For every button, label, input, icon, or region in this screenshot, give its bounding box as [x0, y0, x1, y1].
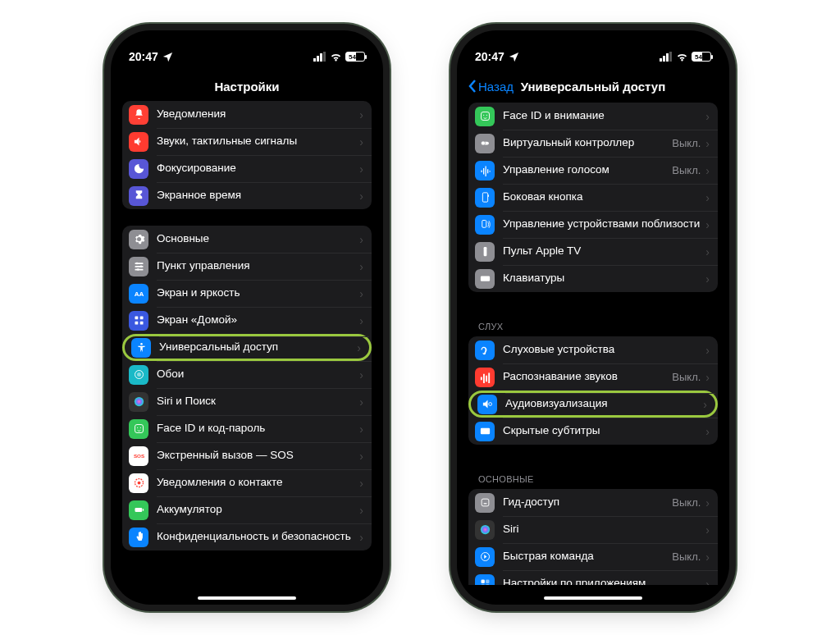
group-general: Гид-доступВыкл.›Siri›Быстрая командаВыкл…: [468, 489, 718, 585]
row-ear[interactable]: Слуховые устройства›: [468, 336, 718, 363]
chevron-left-icon: [468, 79, 477, 94]
sound-icon: [475, 368, 495, 387]
row-gear[interactable]: Основные›: [122, 226, 372, 253]
row-label: Обои: [157, 368, 359, 381]
perapp-icon: [475, 574, 495, 586]
row-bell[interactable]: Уведомления›: [122, 101, 372, 128]
row-siri[interactable]: Siri и Поиск›: [122, 388, 372, 415]
row-label: Аудиовизуализация: [505, 398, 703, 410]
svg-point-15: [140, 343, 143, 345]
svg-point-41: [488, 403, 491, 406]
row-av[interactable]: Аудиовизуализация›: [468, 391, 718, 418]
chevron-right-icon: ›: [359, 260, 363, 273]
row-label: Настройки по приложениям: [503, 578, 705, 585]
svg-point-7: [135, 263, 138, 265]
row-label: Уведомления о контакте: [157, 477, 359, 489]
group-1: Уведомления›Звуки, тактильные сигналы›Фо…: [122, 101, 372, 209]
row-label: Экран и яркость: [157, 287, 359, 299]
nav-bar-left: Настройки: [122, 71, 372, 101]
svg-point-17: [137, 372, 141, 377]
svg-point-45: [480, 525, 489, 534]
row-label: Слуховые устройства: [503, 344, 705, 356]
row-hourglass[interactable]: Экранное время›: [122, 182, 372, 209]
back-label: Назад: [478, 80, 514, 94]
remote-icon: [475, 242, 495, 262]
home-indicator[interactable]: [544, 596, 642, 600]
row-moon[interactable]: Фокусирование›: [122, 155, 372, 182]
svg-rect-26: [142, 509, 143, 511]
row-nearby[interactable]: Управление устройствами поблизости›: [468, 211, 718, 238]
row-wall[interactable]: Обои›: [122, 361, 372, 388]
row-cc[interactable]: Скрытые субтитры›: [468, 418, 718, 445]
battery-icon: 54: [692, 52, 711, 62]
keyboard-icon: [475, 269, 495, 289]
row-aa[interactable]: AAЭкран и яркость›: [122, 280, 372, 307]
row-label: Звуки, тактильные сигналы: [157, 135, 359, 148]
row-label: Экстренный вызов — SOS: [157, 450, 359, 462]
svg-rect-36: [482, 193, 487, 202]
row-switch[interactable]: Виртуальный контроллерВыкл.›: [468, 130, 718, 157]
section-general: ОСНОВНЫЕ: [468, 461, 718, 489]
phone-right: 20:47 54 Назад Универсальный доступ Face…: [457, 30, 729, 605]
svg-rect-38: [482, 221, 486, 228]
row-side[interactable]: Боковая кнопка›: [468, 184, 718, 211]
chevron-right-icon: ›: [705, 371, 710, 384]
row-guided[interactable]: Гид-доступВыкл.›: [468, 489, 718, 516]
scroll-left[interactable]: Уведомления›Звуки, тактильные сигналы›Фо…: [122, 101, 372, 585]
row-voice[interactable]: Управление голосомВыкл.›: [468, 157, 718, 184]
row-remote[interactable]: Пульт Apple TV›: [468, 238, 718, 265]
row-exposure[interactable]: Уведомления о контакте›: [122, 469, 372, 496]
row-access[interactable]: Универсальный доступ›: [122, 334, 372, 361]
svg-rect-48: [486, 580, 489, 583]
row-label: Экранное время: [157, 190, 359, 202]
home-indicator[interactable]: [198, 596, 296, 600]
svg-rect-14: [139, 322, 143, 325]
svg-point-33: [486, 115, 486, 116]
row-label: Основные: [157, 233, 359, 245]
svg-rect-30: [669, 52, 672, 62]
row-label: Скрытые субтитры: [503, 425, 705, 437]
row-face[interactable]: Face ID и внимание›: [468, 103, 718, 130]
side-icon: [475, 188, 495, 208]
row-grid[interactable]: Экран «Домой»›: [122, 307, 372, 334]
chevron-right-icon: ›: [359, 504, 363, 517]
row-label: Боковая кнопка: [503, 191, 705, 203]
row-sound[interactable]: Распознавание звуковВыкл.›: [468, 363, 718, 391]
row-face[interactable]: Face ID и код-пароль›: [122, 415, 372, 442]
chevron-right-icon: ›: [705, 191, 710, 204]
svg-point-24: [137, 482, 140, 485]
row-shortcut[interactable]: Быстрая командаВыкл.›: [468, 543, 718, 570]
row-sos[interactable]: SOSЭкстренный вызов — SOS›: [122, 442, 372, 469]
row-perapp[interactable]: Настройки по приложениям›: [468, 570, 718, 585]
siri-icon: [475, 520, 495, 540]
chevron-right-icon: ›: [705, 496, 710, 509]
row-value: Выкл.: [672, 164, 701, 176]
row-label: Аккумулятор: [157, 504, 359, 516]
row-label: Фокусирование: [157, 162, 359, 175]
row-label: Клавиатуры: [503, 272, 705, 285]
svg-rect-28: [663, 56, 665, 62]
back-button[interactable]: Назад: [468, 79, 514, 94]
wall-icon: [129, 365, 148, 385]
row-hand[interactable]: Конфиденциальность и безопасность›: [122, 523, 372, 550]
row-siri[interactable]: Siri›: [468, 516, 718, 543]
row-keyboard[interactable]: Клавиатуры›: [468, 265, 718, 292]
row-speaker[interactable]: Звуки, тактильные сигналы›: [122, 128, 372, 155]
row-battery[interactable]: Аккумулятор›: [122, 496, 372, 523]
row-label: Пункт управления: [157, 260, 359, 272]
page-title: Настройки: [214, 80, 279, 94]
svg-rect-27: [660, 58, 662, 62]
notch: [536, 30, 651, 52]
cc-icon: [475, 422, 495, 441]
svg-rect-44: [483, 503, 486, 504]
row-label: Распознавание звуков: [503, 371, 672, 383]
row-label: Управление устройствами поблизости: [503, 218, 705, 231]
grid-icon: [129, 311, 148, 331]
svg-text:SOS: SOS: [133, 453, 144, 459]
chevron-right-icon: ›: [359, 450, 363, 463]
battery-icon: [129, 500, 148, 520]
row-controls[interactable]: Пункт управления›: [122, 253, 372, 280]
scroll-right[interactable]: Face ID и внимание›Виртуальный контролле…: [468, 101, 718, 585]
chevron-right-icon: ›: [705, 578, 710, 586]
battery-icon: 54: [345, 52, 365, 62]
